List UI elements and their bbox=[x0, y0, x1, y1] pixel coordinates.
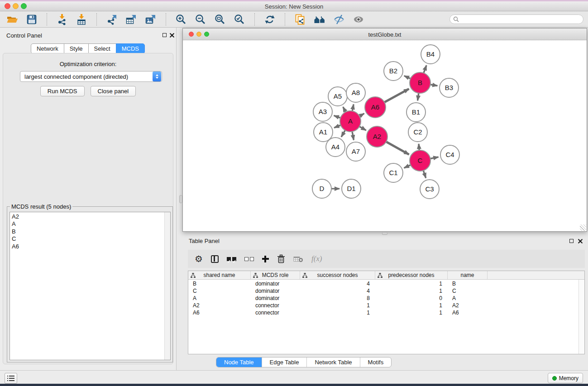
graph-node-D1[interactable]: D1 bbox=[342, 179, 361, 198]
float-table-panel-icon[interactable] bbox=[569, 239, 574, 243]
search-input[interactable] bbox=[449, 14, 583, 24]
table-scrollbar[interactable] bbox=[578, 280, 584, 354]
network-view-window[interactable]: testGlobe.txt ABCA2A6A1A3A4A5A7A8B1B2B3B… bbox=[182, 28, 587, 232]
graph-node-A5[interactable]: A5 bbox=[328, 87, 347, 106]
svg-text:B2: B2 bbox=[389, 67, 397, 75]
memory-button[interactable]: Memory bbox=[548, 373, 583, 383]
export-image-icon[interactable] bbox=[145, 14, 157, 25]
network-graph[interactable]: ABCA2A6A1A3A4A5A7A8B1B2B3B4C1C2C3C4DD1 bbox=[183, 40, 587, 231]
graph-node-C2[interactable]: C2 bbox=[408, 123, 427, 142]
network-canvas[interactable]: ABCA2A6A1A3A4A5A7A8B1B2B3B4C1C2C3C4DD1 bbox=[183, 40, 587, 231]
svg-text:B4: B4 bbox=[426, 50, 435, 58]
toolbar-separator bbox=[96, 13, 97, 26]
graph-node-A[interactable]: A bbox=[340, 111, 361, 132]
hide-graphics-details-icon[interactable] bbox=[333, 14, 345, 25]
table-row[interactable]: A6connector11A6 bbox=[188, 309, 584, 316]
delete-columns-trash-icon[interactable] bbox=[277, 254, 285, 263]
graph-node-C1[interactable]: C1 bbox=[384, 163, 403, 182]
graph-node-B3[interactable]: B3 bbox=[440, 78, 459, 97]
tab-network[interactable]: Network bbox=[31, 43, 64, 54]
export-table-icon[interactable] bbox=[125, 14, 137, 25]
graph-node-B4[interactable]: B4 bbox=[421, 45, 440, 64]
network-vertical-scrollbar[interactable] bbox=[179, 195, 182, 203]
table-row[interactable]: Adominator80A bbox=[188, 295, 584, 302]
graph-node-A6[interactable]: A6 bbox=[365, 97, 386, 118]
result-list-scrollbar[interactable] bbox=[164, 212, 170, 360]
table-cell: connector bbox=[251, 309, 300, 316]
graph-node-A1[interactable]: A1 bbox=[314, 123, 333, 142]
import-network-icon[interactable] bbox=[56, 14, 68, 25]
column-header-shared-name[interactable]: shared name bbox=[188, 271, 251, 279]
select-all-rows-icon[interactable] bbox=[227, 257, 236, 261]
deselect-all-rows-icon[interactable] bbox=[244, 257, 254, 261]
zoom-out-icon[interactable] bbox=[195, 14, 206, 25]
zoom-fit-icon[interactable] bbox=[214, 14, 226, 25]
new-network-from-file-icon[interactable] bbox=[294, 14, 306, 25]
graph-node-A7[interactable]: A7 bbox=[346, 142, 365, 161]
task-history-button[interactable] bbox=[5, 373, 17, 384]
show-graphics-details-icon[interactable] bbox=[353, 14, 364, 25]
network-window-titlebar[interactable]: testGlobe.txt bbox=[183, 29, 587, 40]
graph-node-A3[interactable]: A3 bbox=[313, 102, 332, 121]
mcds-tab-content: Optimization criterion: largest connecte… bbox=[3, 53, 173, 364]
save-session-icon[interactable] bbox=[26, 14, 38, 25]
network-horizontal-scrollbar[interactable] bbox=[382, 232, 387, 235]
tab-node-table[interactable]: Node Table bbox=[216, 357, 262, 367]
column-header-mcds-role[interactable]: MCDS role bbox=[251, 271, 300, 279]
svg-text:A4: A4 bbox=[331, 143, 339, 151]
table-mode-gear-icon[interactable]: ⚙ bbox=[195, 254, 203, 263]
criterion-select[interactable]: largest connected component (directed) bbox=[20, 71, 162, 82]
graph-node-A8[interactable]: A8 bbox=[346, 83, 365, 102]
graph-node-A2[interactable]: A2 bbox=[367, 126, 387, 147]
tab-motifs[interactable]: Motifs bbox=[360, 357, 392, 367]
table-cell: 1 bbox=[375, 309, 448, 316]
app-title: Session: New Session bbox=[0, 3, 588, 10]
graph-node-B1[interactable]: B1 bbox=[406, 103, 425, 122]
table-panel-title: Table Panel bbox=[189, 238, 220, 244]
show-columns-icon[interactable] bbox=[211, 255, 219, 263]
close-table-panel-icon[interactable] bbox=[578, 239, 583, 243]
close-panel-icon[interactable] bbox=[170, 33, 174, 38]
mcds-result-list[interactable]: A2ABCA6 bbox=[10, 212, 171, 360]
node-table[interactable]: shared nameMCDS rolesuccessor nodesprede… bbox=[188, 271, 585, 354]
status-bar: Memory bbox=[0, 370, 588, 384]
refresh-icon[interactable] bbox=[264, 14, 276, 25]
graph-node-B2[interactable]: B2 bbox=[384, 62, 403, 81]
float-panel-icon[interactable] bbox=[163, 33, 167, 37]
mcds-result-item[interactable]: A2 bbox=[12, 213, 170, 220]
close-panel-button[interactable]: Close panel bbox=[91, 86, 136, 96]
export-network-icon[interactable] bbox=[106, 14, 118, 25]
graph-node-A4[interactable]: A4 bbox=[326, 138, 345, 157]
table-row[interactable]: Bdominator41B bbox=[188, 280, 584, 287]
mcds-result-item[interactable]: A6 bbox=[12, 243, 170, 250]
zoom-in-icon[interactable] bbox=[175, 14, 187, 25]
tab-network-table[interactable]: Network Table bbox=[306, 357, 359, 367]
tab-style[interactable]: Style bbox=[64, 43, 89, 54]
tab-edge-table[interactable]: Edge Table bbox=[262, 357, 307, 367]
run-mcds-button[interactable]: Run MCDS bbox=[40, 86, 85, 96]
mcds-result-item[interactable]: A bbox=[12, 220, 170, 228]
mcds-result-item[interactable]: C bbox=[12, 235, 170, 243]
home-view-icon[interactable] bbox=[314, 14, 325, 25]
column-header-successor-nodes[interactable]: successor nodes bbox=[300, 271, 375, 279]
tab-mcds[interactable]: MCDS bbox=[116, 43, 145, 54]
window-resize-grip[interactable] bbox=[580, 224, 586, 231]
column-header-name[interactable]: name bbox=[448, 271, 488, 279]
create-column-icon[interactable] bbox=[262, 256, 269, 262]
mcds-result-item[interactable]: B bbox=[12, 228, 170, 235]
svg-text:A5: A5 bbox=[334, 92, 342, 100]
table-row[interactable]: Cdominator41C bbox=[188, 287, 584, 295]
graph-node-D[interactable]: D bbox=[312, 179, 331, 198]
column-header-predecessor-nodes[interactable]: predecessor nodes bbox=[375, 271, 448, 279]
graph-node-C4[interactable]: C4 bbox=[440, 145, 459, 164]
open-session-icon[interactable] bbox=[6, 14, 18, 25]
graph-node-B[interactable]: B bbox=[410, 72, 430, 93]
tab-select[interactable]: Select bbox=[88, 43, 116, 54]
table-row[interactable]: A2connector11A2 bbox=[188, 302, 584, 309]
graph-node-C3[interactable]: C3 bbox=[420, 180, 439, 199]
svg-text:A7: A7 bbox=[352, 148, 360, 155]
app-titlebar[interactable]: Session: New Session bbox=[0, 1, 588, 11]
zoom-selected-icon[interactable] bbox=[234, 14, 245, 25]
graph-node-C[interactable]: C bbox=[410, 150, 430, 171]
import-table-icon[interactable] bbox=[76, 14, 87, 25]
